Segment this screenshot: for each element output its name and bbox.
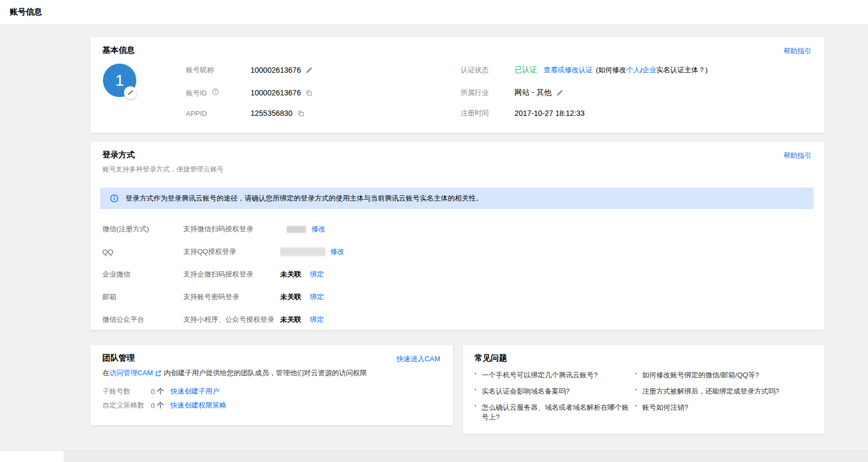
faq-title: 常见问题 [475, 353, 507, 363]
bind-wecom-link[interactable]: 绑定 [310, 270, 324, 279]
faq-item[interactable]: 如何修改账号绑定的微信/邮箱/QQ等? [635, 370, 797, 380]
faq-item[interactable]: 账号如何注销? [635, 403, 797, 412]
avatar[interactable]: 1 [103, 64, 136, 97]
copy-icon [297, 110, 304, 117]
faq-card: 常见问题 一个手机号可以绑定几个腾讯云账号? 实名认证会影响域名备案吗? 怎么确… [463, 345, 824, 434]
verify-note-prefix: (如何修改 [596, 65, 626, 75]
edit-nickname-button[interactable] [305, 67, 313, 74]
login-method-desc: 支持微信扫码授权登录 [183, 224, 280, 234]
quick-create-policy-link[interactable]: 快速创建权限策略 [170, 401, 226, 410]
basic-help-guide-link[interactable]: 帮助指引 [783, 46, 811, 56]
login-method-name: 微信(注册方式) [102, 224, 183, 234]
custom-policy-count-unit: 个 [157, 401, 164, 410]
nickname-value: 100002613676 [251, 66, 301, 74]
industry-label: 所属行业 [461, 88, 515, 98]
registration-time-row: 注册时间 2017-10-27 18:12:33 [461, 107, 585, 120]
bind-wechat-official-link[interactable]: 绑定 [310, 315, 324, 325]
sub-account-count-unit: 个 [157, 387, 164, 396]
sub-account-count-label: 子账号数 [102, 387, 151, 396]
avatar-edit-button[interactable] [124, 86, 137, 99]
custom-policy-count-value: 0 [151, 402, 155, 410]
login-row-wechat: 微信(注册方式) 支持微信扫码授权登录 修改 [102, 223, 813, 236]
view-or-modify-verification-link[interactable]: 查看或修改认证 [544, 65, 593, 75]
login-methods-card: 登录方式 帮助指引 账号支持多种登录方式，便捷管理云账号 登录方式作为登录腾讯云… [91, 142, 824, 330]
registration-time-label: 注册时间 [461, 108, 515, 118]
team-management-desc: 在 访问管理CAM 内创建子用户提供给您的团队成员，管理他们对云资源的访问权限 [102, 368, 367, 378]
login-method-desc: 支持企微扫码授权登录 [183, 270, 280, 279]
nickname-label: 账号昵称 [186, 65, 251, 75]
team-management-title: 团队管理 [102, 353, 135, 363]
login-row-email: 邮箱 支持账号密码登录 未关联 绑定 [102, 291, 813, 304]
copy-appid-button[interactable] [297, 110, 304, 117]
faq-item[interactable]: 注册方式被解绑后，还能绑定成登录方式吗? [635, 387, 802, 396]
account-id-value: 100002613676 [251, 88, 301, 97]
external-link-icon[interactable] [155, 370, 162, 377]
account-id-label-text: 账号ID [186, 89, 207, 97]
info-circle-icon [110, 194, 119, 203]
quick-create-subuser-link[interactable]: 快速创建子用户 [170, 387, 219, 396]
login-method-name: 邮箱 [102, 292, 183, 302]
login-info-banner-text: 登录方式作为登录腾讯云账号的途径，请确认您所绑定的登录方式的使用主体与当前腾讯云… [126, 194, 483, 203]
team-desc-suffix: 内创建子用户提供给您的团队成员，管理他们对云资源的访问权限 [164, 368, 367, 378]
login-method-name: 企业微信 [102, 270, 183, 279]
question-circle-icon[interactable] [212, 88, 219, 95]
appid-label: APPID [186, 109, 251, 118]
appid-row: APPID 1255356830 [186, 107, 304, 120]
login-method-desc: 支持QQ授权登录 [183, 247, 280, 257]
faq-item[interactable]: 实名认证会影响域名备案吗? [475, 387, 626, 396]
pencil-icon [305, 67, 313, 74]
page-bottom-edge [0, 450, 868, 462]
wechat-official-bind-status: 未关联 [280, 315, 310, 325]
page-header: 账号信息 [0, 0, 868, 25]
custom-policy-stat-row: 自定义策略数 0 个 快速创建权限策略 [102, 400, 226, 411]
sub-account-stat-row: 子账号数 0 个 快速创建子用户 [102, 386, 219, 397]
nickname-row: 账号昵称 100002613676 [186, 64, 313, 77]
avatar-text: 1 [115, 71, 124, 89]
faq-item[interactable]: 一个手机号可以绑定几个腾讯云账号? [475, 370, 626, 380]
login-row-wechat-official: 微信公众平台 支持小程序、公众号授权登录 未关联 绑定 [102, 313, 813, 326]
bottom-left-fragment [0, 451, 64, 462]
industry-row: 所属行业 网站 - 其他 [461, 86, 563, 99]
edit-industry-button[interactable] [556, 89, 563, 96]
custom-policy-count-label: 自定义策略数 [102, 401, 151, 410]
copy-account-id-button[interactable] [305, 89, 313, 96]
account-id-row: 账号ID 100002613676 [186, 86, 313, 99]
quick-enter-cam-link[interactable]: 快速进入CAM [397, 354, 440, 364]
login-row-wecom: 企业微信 支持企微扫码授权登录 未关联 绑定 [102, 268, 813, 281]
enterprise-verification-link[interactable]: 企业 [642, 65, 656, 75]
email-bind-status: 未关联 [280, 292, 310, 302]
masked-wechat-value [287, 226, 306, 233]
account-id-label: 账号ID [186, 88, 251, 98]
basic-info-title: 基本信息 [102, 45, 135, 56]
page-title: 账号信息 [10, 7, 42, 17]
faq-item[interactable]: 怎么确认云服务器、域名或者域名解析在哪个账号上? [475, 403, 634, 422]
login-method-desc: 支持小程序、公众号授权登录 [183, 315, 280, 325]
pencil-icon [127, 89, 134, 96]
masked-qq-value [280, 247, 325, 256]
login-method-name: QQ [102, 248, 183, 256]
login-methods-title: 登录方式 [102, 150, 135, 160]
basic-info-card: 基本信息 帮助指引 1 账号昵称 100002613676 账号ID 10000… [91, 37, 824, 133]
team-desc-prefix: 在 [102, 368, 109, 378]
sub-account-count-value: 0 [151, 388, 155, 396]
verify-status-label: 认证状态 [461, 65, 515, 75]
verify-status-row: 认证状态 已认证 查看或修改认证 (如何修改 个人 / 企业 实名认证主体？) [461, 64, 707, 77]
bind-email-link[interactable]: 绑定 [310, 292, 324, 302]
verify-note-suffix: 实名认证主体？) [656, 65, 707, 75]
login-methods-subtitle: 账号支持多种登录方式，便捷管理云账号 [102, 165, 224, 174]
team-management-card: 团队管理 快速进入CAM 在 访问管理CAM 内创建子用户提供给您的团队成员，管… [91, 345, 453, 425]
industry-value: 网站 - 其他 [515, 88, 551, 98]
appid-value: 1255356830 [251, 109, 293, 118]
login-info-banner: 登录方式作为登录腾讯云账号的途径，请确认您所绑定的登录方式的使用主体与当前腾讯云… [100, 188, 814, 209]
copy-icon [305, 89, 313, 96]
wecom-bind-status: 未关联 [280, 270, 310, 279]
login-method-name: 微信公众平台 [102, 315, 183, 325]
modify-qq-link[interactable]: 修改 [330, 247, 344, 257]
verify-status-badge: 已认证 [515, 65, 537, 75]
login-help-guide-link[interactable]: 帮助指引 [783, 151, 811, 161]
login-row-qq: QQ 支持QQ授权登录 修改 [102, 245, 813, 258]
modify-wechat-link[interactable]: 修改 [311, 224, 325, 234]
cam-console-link[interactable]: 访问管理CAM [109, 368, 153, 378]
pencil-icon [556, 89, 563, 96]
personal-verification-link[interactable]: 个人 [626, 65, 640, 75]
